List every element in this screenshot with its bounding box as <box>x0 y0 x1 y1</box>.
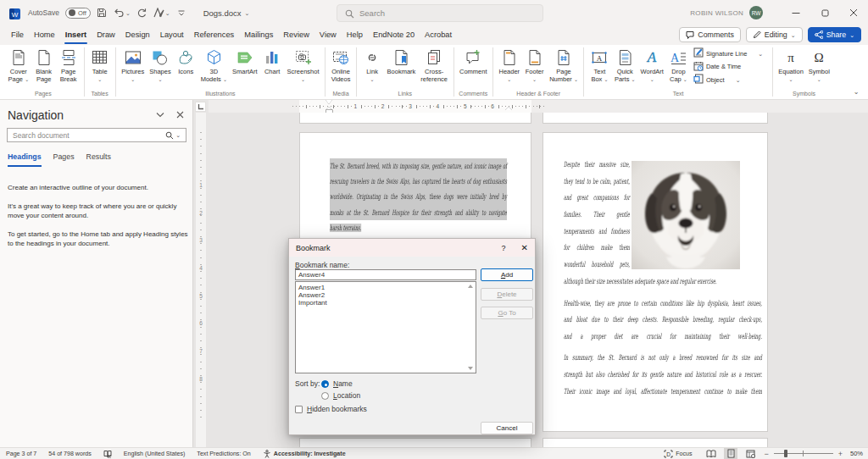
autosave-toggle[interactable]: Off <box>65 8 91 19</box>
selected-text-line[interactable]: The St. Bernard breed, with its imposing… <box>330 158 507 174</box>
cover-page-button[interactable]: Cover Page ⌄ <box>6 45 32 83</box>
maximize-button[interactable] <box>810 0 839 25</box>
page-break-button[interactable]: Page Break <box>56 45 81 83</box>
link-button[interactable]: Link ⌄ <box>360 45 385 83</box>
hidden-bookmarks-checkbox[interactable]: Hidden bookmarks <box>295 405 367 413</box>
wordart-button[interactable]: A WordArt ⌄ <box>638 45 666 83</box>
sort-location-radio[interactable]: Location <box>321 390 360 401</box>
document-line[interactable]: they tend to be calm, patient, <box>564 174 630 191</box>
save-icon[interactable] <box>97 8 108 19</box>
online-videos-button[interactable]: Online Videos <box>329 45 353 83</box>
page-number-button[interactable]: Page Number ⌄ <box>547 45 581 83</box>
page-4[interactable]: Despite their massive size,they tend to … <box>542 132 768 432</box>
zoom-percentage[interactable]: 50% <box>846 450 863 457</box>
scroll-down-icon[interactable] <box>468 367 473 370</box>
word-count[interactable]: 54 of 798 words <box>42 451 97 457</box>
selected-text-line[interactable]: harsh terrains. <box>330 220 507 235</box>
minimize-button[interactable] <box>782 0 810 25</box>
avatar[interactable]: RW <box>749 6 763 19</box>
ribbon-tab[interactable]: File <box>6 26 29 44</box>
shapes-button[interactable]: Shapes ⌄ <box>147 45 173 83</box>
bookmark-list[interactable]: Answer1Answer2Important <box>295 281 476 373</box>
document-line[interactable]: and a proper diet are crucial for mainta… <box>564 329 762 346</box>
footer-button[interactable]: Footer ⌄ <box>522 45 547 83</box>
dialog-close-button[interactable]: ✕ <box>521 243 528 252</box>
navpane-close-icon[interactable] <box>176 111 184 120</box>
text-box-button[interactable]: A Text Box ⌄ <box>587 45 612 83</box>
header-button[interactable]: Header ⌄ <box>497 45 523 83</box>
cross-reference-button[interactable]: Cross- reference <box>418 45 450 83</box>
ribbon-tab[interactable]: Acrobat <box>420 26 457 44</box>
redo-icon[interactable] <box>136 8 147 19</box>
pen-style-icon[interactable] <box>153 8 164 19</box>
document-line[interactable]: although their size necessitates adequat… <box>564 274 762 290</box>
signature-line-button[interactable]: Signature Line⌄ <box>693 48 763 58</box>
comments-button[interactable]: Comments <box>679 27 741 42</box>
bookmark-list-item[interactable]: Important <box>298 299 473 307</box>
ribbon-tab[interactable]: Mailings <box>239 26 278 44</box>
navpane-search-chevron-icon[interactable]: ⌄ <box>175 132 181 138</box>
document-line[interactable]: Health-wise, they are prone to certain c… <box>564 296 762 312</box>
bookmark-button[interactable]: Bookmark <box>385 45 419 75</box>
document-line[interactable]: strength but also cherished for its gent… <box>564 367 762 384</box>
page-indicator[interactable]: Page 3 of 7 <box>0 451 42 457</box>
focus-button[interactable]: D Focus <box>658 450 698 458</box>
ribbon-tab[interactable]: Insert <box>60 26 92 44</box>
chart-button[interactable]: Chart <box>260 45 285 75</box>
pen-style-chevron-icon[interactable]: ⌄ <box>165 10 170 16</box>
dialog-help-button[interactable]: ? <box>502 244 506 252</box>
navpane-tab[interactable]: Headings <box>8 152 42 164</box>
tab-selector-icon[interactable] <box>195 102 206 112</box>
print-layout-icon[interactable] <box>724 448 737 459</box>
horizontal-ruler[interactable]: 123456 <box>209 100 868 113</box>
ribbon-tab[interactable]: Home <box>29 26 60 44</box>
document-line[interactable]: Their iconic image and loyal, affectiona… <box>564 384 762 401</box>
language-indicator[interactable]: English (United States) <box>118 451 192 457</box>
collapse-ribbon-icon[interactable]: ⌄ <box>849 86 863 97</box>
document-line[interactable]: and great companions for <box>564 190 630 207</box>
share-button[interactable]: Share ⌄ <box>808 27 861 42</box>
selected-text-line[interactable]: rescuing travelers in the Swiss Alps, ha… <box>330 174 507 189</box>
navpane-chevron-icon[interactable] <box>156 111 164 119</box>
text-predictions[interactable]: Text Predictions: On <box>191 451 256 457</box>
3d-models-button[interactable]: 3D Models ⌄ <box>198 45 230 83</box>
symbol-button[interactable]: Ω Symbol ⌄ <box>806 45 832 83</box>
selected-text-line[interactable]: monks at the St. Bernard Hospice for the… <box>330 205 507 220</box>
navpane-tab[interactable]: Pages <box>53 152 75 164</box>
screenshot-button[interactable]: Screenshot ⌄ <box>285 45 322 83</box>
sort-name-radio[interactable]: Name <box>321 378 360 390</box>
zoom-slider-thumb[interactable] <box>784 450 787 457</box>
document-line[interactable]: temperaments and fondness <box>564 224 630 241</box>
document-line[interactable]: families. Their gentle <box>564 207 630 224</box>
cancel-button[interactable]: Cancel <box>481 422 533 434</box>
scroll-up-icon[interactable] <box>468 285 473 288</box>
pictures-button[interactable]: Pictures ⌄ <box>119 45 147 83</box>
ribbon-tab[interactable]: Help <box>342 26 368 44</box>
zoom-slider[interactable] <box>774 449 833 458</box>
comment-button[interactable]: Comment <box>457 45 490 75</box>
ribbon-tab[interactable]: References <box>189 26 240 44</box>
document-line[interactable]: In summary, the St. Bernard is not only … <box>564 350 762 367</box>
ribbon-tab[interactable]: Design <box>120 26 155 44</box>
bookmark-list-item[interactable]: Answer1 <box>298 284 473 291</box>
navpane-tab[interactable]: Results <box>86 152 111 164</box>
right-indent-marker[interactable] <box>505 107 512 110</box>
search-box[interactable]: Search <box>337 4 543 22</box>
selected-text-line[interactable]: worldwide. Originating in the Swiss Alps… <box>330 189 507 204</box>
quick-parts-button[interactable]: Quick Parts ⌄ <box>612 45 638 83</box>
accessibility-status[interactable]: Accessibility: Investigate <box>257 450 352 458</box>
bookmark-name-input[interactable]: Answer4 <box>295 269 476 280</box>
ribbon-tab[interactable]: Review <box>278 26 314 44</box>
delete-button[interactable]: Delete <box>481 288 533 301</box>
web-layout-icon[interactable] <box>743 448 757 459</box>
drop-cap-button[interactable]: A Drop Cap ⌄ <box>666 45 691 83</box>
icons-button[interactable]: Icons <box>174 45 198 75</box>
ribbon-tab[interactable]: View <box>314 26 342 44</box>
ribbon-tab[interactable]: Layout <box>155 26 189 44</box>
table-button[interactable]: Table ⌄ <box>87 45 112 83</box>
go-to-button[interactable]: Go To <box>481 307 533 319</box>
smartart-button[interactable]: SmartArt <box>230 45 260 75</box>
blank-page-button[interactable]: Blank Page <box>31 45 56 83</box>
object-button[interactable]: Object⌄ <box>693 75 763 85</box>
close-button[interactable] <box>839 0 868 25</box>
